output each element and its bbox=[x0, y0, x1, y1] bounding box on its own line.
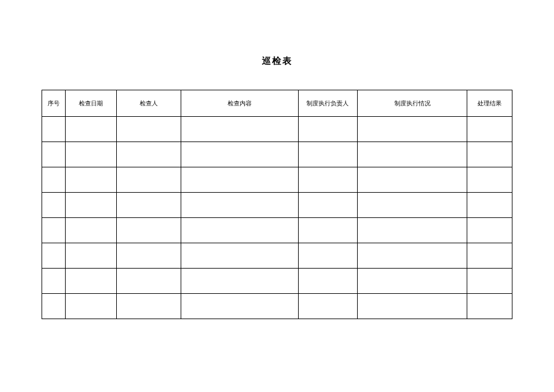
cell bbox=[65, 142, 117, 167]
inspection-table: 序号 检查日期 检查人 检查内容 制度执行负责人 制度执行情况 处理结果 bbox=[42, 90, 512, 319]
cell bbox=[65, 269, 117, 294]
cell bbox=[181, 193, 299, 218]
table-row bbox=[42, 142, 512, 167]
col-header-result: 处理结果 bbox=[467, 90, 512, 117]
table-body bbox=[42, 117, 512, 319]
cell bbox=[117, 167, 181, 193]
table-row bbox=[42, 294, 512, 319]
col-header-date: 检查日期 bbox=[65, 90, 117, 117]
cell bbox=[467, 243, 512, 269]
cell bbox=[298, 269, 357, 294]
cell bbox=[65, 193, 117, 218]
cell bbox=[467, 218, 512, 243]
cell bbox=[298, 243, 357, 269]
cell bbox=[358, 243, 467, 269]
cell bbox=[298, 218, 357, 243]
table-row bbox=[42, 167, 512, 193]
cell bbox=[467, 193, 512, 218]
cell bbox=[42, 243, 66, 269]
cell bbox=[65, 294, 117, 319]
cell bbox=[358, 193, 467, 218]
cell bbox=[117, 142, 181, 167]
cell bbox=[298, 167, 357, 193]
cell bbox=[467, 142, 512, 167]
cell bbox=[358, 218, 467, 243]
cell bbox=[358, 167, 467, 193]
inspection-table-container: 序号 检查日期 检查人 检查内容 制度执行负责人 制度执行情况 处理结果 bbox=[42, 90, 512, 319]
cell bbox=[358, 294, 467, 319]
cell bbox=[42, 167, 66, 193]
cell bbox=[42, 117, 66, 142]
cell bbox=[181, 117, 299, 142]
cell bbox=[467, 167, 512, 193]
cell bbox=[65, 167, 117, 193]
cell bbox=[358, 117, 467, 142]
cell bbox=[65, 243, 117, 269]
table-header-row: 序号 检查日期 检查人 检查内容 制度执行负责人 制度执行情况 处理结果 bbox=[42, 90, 512, 117]
cell bbox=[181, 269, 299, 294]
cell bbox=[42, 218, 66, 243]
cell bbox=[467, 269, 512, 294]
cell bbox=[117, 218, 181, 243]
cell bbox=[117, 243, 181, 269]
page-title: 巡检表 bbox=[0, 0, 554, 90]
cell bbox=[65, 218, 117, 243]
cell bbox=[181, 142, 299, 167]
cell bbox=[298, 117, 357, 142]
cell bbox=[181, 218, 299, 243]
cell bbox=[117, 269, 181, 294]
cell bbox=[42, 193, 66, 218]
table-row bbox=[42, 193, 512, 218]
cell bbox=[117, 294, 181, 319]
cell bbox=[358, 269, 467, 294]
col-header-responsible: 制度执行负责人 bbox=[298, 90, 357, 117]
cell bbox=[181, 243, 299, 269]
cell bbox=[467, 294, 512, 319]
table-row bbox=[42, 117, 512, 142]
col-header-inspector: 检查人 bbox=[117, 90, 181, 117]
cell bbox=[42, 269, 66, 294]
cell bbox=[298, 142, 357, 167]
col-header-index: 序号 bbox=[42, 90, 66, 117]
table-row bbox=[42, 218, 512, 243]
col-header-content: 检查内容 bbox=[181, 90, 299, 117]
cell bbox=[65, 117, 117, 142]
cell bbox=[42, 142, 66, 167]
cell bbox=[298, 193, 357, 218]
cell bbox=[298, 294, 357, 319]
cell bbox=[181, 167, 299, 193]
table-row bbox=[42, 269, 512, 294]
cell bbox=[181, 294, 299, 319]
cell bbox=[467, 117, 512, 142]
cell bbox=[117, 193, 181, 218]
cell bbox=[42, 294, 66, 319]
cell bbox=[117, 117, 181, 142]
cell bbox=[358, 142, 467, 167]
table-row bbox=[42, 243, 512, 269]
col-header-status: 制度执行情况 bbox=[358, 90, 467, 117]
